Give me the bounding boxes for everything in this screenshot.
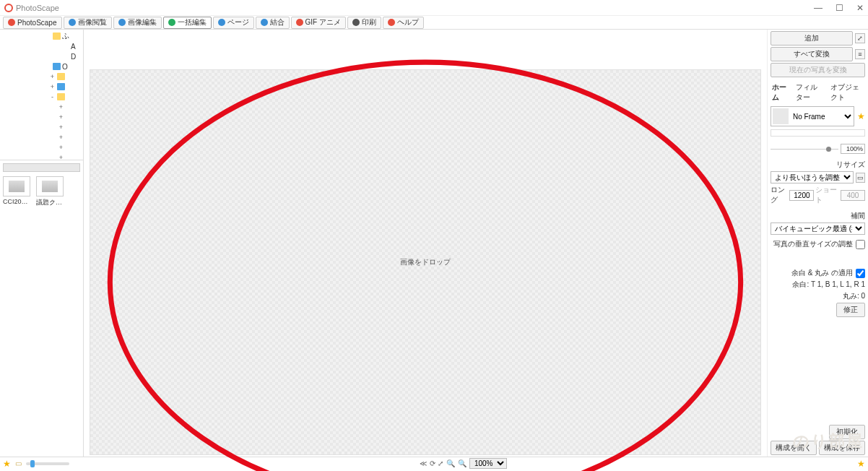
tree-label: O — [62, 63, 68, 71]
tree-row[interactable]: A — [1, 41, 82, 51]
folder-icon — [53, 63, 61, 70]
expand-icon[interactable]: ⤢ — [855, 33, 865, 43]
toolbar-label: 印刷 — [362, 17, 376, 27]
tree-row[interactable]: + — [1, 82, 82, 92]
drop-hint: 画像をドロップ — [400, 257, 451, 267]
tree-row[interactable]: + — [1, 132, 82, 142]
toolbar-item-3[interactable]: 一括編集 — [163, 17, 212, 29]
folder-icon — [57, 83, 65, 90]
tab-filter[interactable]: フィルター — [794, 82, 825, 103]
toolbar-item-0[interactable]: PhotoScape — [3, 17, 62, 29]
status-star-icon[interactable]: ★ — [3, 459, 11, 469]
frame-preview-strip — [771, 129, 865, 137]
zoom-in-icon[interactable]: 🔍 — [458, 459, 466, 467]
favorite-star-icon[interactable]: ★ — [857, 111, 865, 121]
tree-expander-icon[interactable]: + — [58, 154, 64, 160]
drop-canvas[interactable]: 画像をドロップ — [90, 69, 761, 455]
toolbar-icon — [69, 19, 76, 26]
thumbnail[interactable]: 議題ク… — [36, 176, 64, 207]
window-controls: — ☐ ✕ — [814, 3, 864, 13]
tree-row[interactable]: + — [1, 152, 82, 160]
toolbar-label: 画像閲覧 — [78, 17, 107, 27]
tree-label: ふ — [62, 31, 69, 41]
prev-icon[interactable]: ≪ — [420, 459, 427, 467]
maximize-button[interactable]: ☐ — [836, 3, 843, 13]
right-tabs: ホーム フィルター オブジェクト — [771, 82, 865, 103]
center-panel: 画像をドロップ — [84, 30, 767, 457]
toolbar-label: ページ — [227, 17, 249, 27]
thumbnail-image — [36, 176, 64, 196]
folder-icon — [57, 73, 65, 80]
tree-expander-icon[interactable]: + — [58, 113, 64, 121]
status-bar: ★ ▭ ≪ ⟳ ⤢ 🔍 🔍 100% ★ — [0, 457, 868, 470]
resize-mode-select[interactable]: より長いほうを調整 — [771, 171, 854, 183]
tree-row[interactable]: D — [1, 51, 82, 61]
thumbnail-scrollbar[interactable] — [3, 163, 80, 172]
toolbar-icon — [261, 19, 268, 26]
margin-edit-button[interactable]: 修正 — [836, 303, 865, 317]
thumbnail[interactable]: CCI20… — [3, 176, 30, 207]
list-icon[interactable]: ≡ — [855, 49, 865, 59]
interpolation-select[interactable]: バイキュービック最適 (推 — [771, 222, 865, 235]
thumb-size-slider[interactable] — [26, 462, 69, 465]
toolbar-item-8[interactable]: ヘルプ — [383, 17, 424, 29]
left-panel: ふADO++-++++++ CCI20…議題ク… — [0, 30, 84, 457]
toolbar-icon — [118, 19, 126, 26]
toolbar-item-5[interactable]: 結合 — [256, 17, 290, 29]
interpolation-label: 補間 — [771, 211, 865, 221]
frame-selector[interactable]: No Frame — [771, 106, 854, 126]
frame-dropdown[interactable]: No Frame — [790, 112, 854, 121]
vertical-adjust-label: 写真の垂直サイズの調整 — [773, 239, 853, 249]
close-button[interactable]: ✕ — [856, 3, 864, 13]
convert-current-button[interactable]: 現在の写真を変換 — [771, 63, 865, 77]
opacity-value[interactable]: 100% — [841, 144, 865, 154]
tree-expander-icon[interactable]: + — [49, 73, 56, 80]
tree-row[interactable]: + — [1, 122, 82, 132]
status-star-right-icon[interactable]: ★ — [857, 459, 865, 469]
folder-icon — [66, 154, 74, 160]
tree-row[interactable]: - — [1, 92, 82, 102]
toolbar-item-1[interactable]: 画像閲覧 — [64, 17, 112, 29]
toolbar-item-2[interactable]: 画像編集 — [113, 17, 162, 29]
tree-row[interactable]: + — [1, 72, 82, 82]
toolbar-label: 画像編集 — [128, 17, 157, 27]
add-button[interactable]: 追加 — [771, 31, 853, 46]
tree-expander-icon[interactable]: + — [58, 103, 64, 111]
convert-all-button[interactable]: すべて変換 — [771, 47, 853, 61]
tree-row[interactable]: ふ — [1, 31, 82, 41]
tree-expander-icon[interactable]: - — [49, 93, 56, 100]
tree-row[interactable]: + — [1, 112, 82, 122]
toolbar-label: ヘルプ — [397, 17, 419, 27]
init-button[interactable]: 初期化 — [829, 425, 865, 439]
open-config-button[interactable]: 構成を開く — [771, 441, 817, 455]
save-config-button[interactable]: 構成を保存 — [819, 441, 865, 455]
toolbar-icon — [218, 19, 225, 26]
round-value: 丸み: 0 — [771, 291, 865, 301]
tab-object[interactable]: オブジェクト — [829, 82, 865, 103]
resize-options-icon[interactable]: ▭ — [856, 173, 865, 183]
tree-expander-icon[interactable]: + — [58, 124, 64, 131]
toolbar-item-4[interactable]: ページ — [213, 17, 254, 29]
tree-expander-icon[interactable]: + — [49, 83, 56, 90]
toolbar-item-6[interactable]: GIF アニメ — [291, 17, 346, 29]
tree-row[interactable]: + — [1, 142, 82, 152]
tree-row[interactable]: O — [1, 61, 82, 72]
tree-expander-icon[interactable]: + — [58, 144, 64, 151]
tree-row[interactable]: + — [1, 102, 82, 112]
title-bar: PhotoScape — ☐ ✕ — [0, 0, 868, 16]
zoom-out-icon[interactable]: 🔍 — [446, 459, 455, 467]
status-folder-icon[interactable]: ▭ — [15, 459, 22, 467]
zoom-select[interactable]: 100% — [469, 458, 507, 469]
toolbar-item-7[interactable]: 印刷 — [347, 17, 381, 29]
margin-apply-checkbox[interactable] — [856, 269, 865, 278]
tab-home[interactable]: ホーム — [771, 82, 790, 103]
toolbar-icon — [8, 19, 15, 26]
tree-expander-icon[interactable]: + — [58, 134, 64, 141]
minimize-button[interactable]: — — [814, 3, 823, 13]
vertical-adjust-checkbox[interactable] — [856, 240, 865, 249]
folder-tree[interactable]: ふADO++-++++++ — [0, 30, 83, 160]
long-side-input[interactable] — [789, 190, 814, 201]
tree-label: D — [71, 53, 76, 61]
toolbar-icon — [168, 19, 175, 26]
opacity-slider[interactable] — [771, 149, 838, 150]
